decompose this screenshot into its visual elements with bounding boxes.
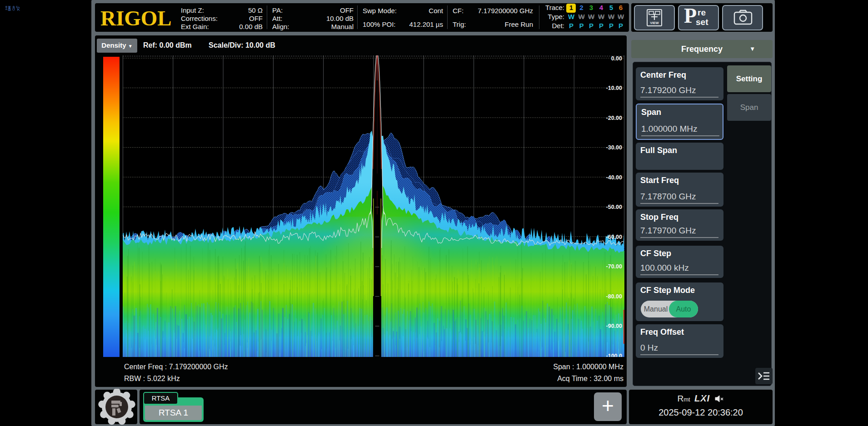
svg-text:0.00: 0.00 <box>611 55 622 62</box>
svg-text:-70.00: -70.00 <box>606 263 622 270</box>
svg-text:-20.00: -20.00 <box>606 115 622 121</box>
svg-text:-60.00: -60.00 <box>606 234 622 240</box>
svg-text:-30.00: -30.00 <box>606 144 622 151</box>
svg-text:VIEW: VIEW <box>650 21 659 25</box>
svg-text:-10.00: -10.00 <box>606 85 622 91</box>
svg-text:-80.00: -80.00 <box>606 293 622 300</box>
svg-text:-90.00: -90.00 <box>606 323 622 329</box>
svg-text:-100.0: -100.0 <box>606 353 622 357</box>
svg-text:-40.00: -40.00 <box>606 174 622 181</box>
svg-text:-50.00: -50.00 <box>606 204 622 210</box>
